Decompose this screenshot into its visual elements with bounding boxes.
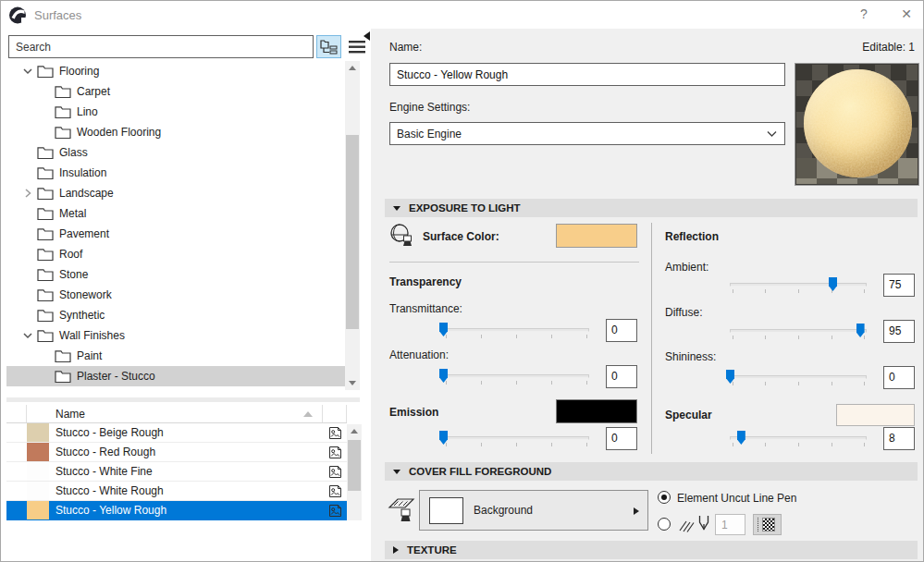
cover-fill-dropdown[interactable]: Background	[419, 490, 648, 531]
tree-item-paint[interactable]: Paint	[6, 346, 345, 366]
slider-track[interactable]	[730, 329, 867, 333]
attenuation-slider-row	[443, 364, 637, 388]
row-spacer	[6, 501, 27, 519]
section-cover-fill-foreground[interactable]: COVER FILL FOREGROUND	[385, 462, 918, 481]
surface-folder-tree: FlooringCarpetLinoWooden FlooringGlassIn…	[6, 61, 345, 390]
list-scrollbar[interactable]	[347, 424, 362, 520]
slider-track[interactable]	[443, 328, 589, 332]
expander-spacer	[21, 166, 34, 179]
slider-track[interactable]	[443, 374, 589, 378]
tree-item-carpet[interactable]: Carpet	[6, 81, 345, 102]
section-exposure-to-light[interactable]: EXPOSURE TO LIGHT	[385, 199, 918, 217]
scroll-down-icon[interactable]	[345, 376, 360, 390]
tree-item-wooden-flooring[interactable]: Wooden Flooring	[6, 122, 345, 142]
list-header-spacer	[6, 405, 27, 422]
column-divider	[651, 223, 652, 454]
list-item-stucco-white-fine[interactable]: Stucco - White Fine	[6, 462, 347, 482]
chevron-right-icon[interactable]	[21, 187, 34, 200]
transmittance-slider[interactable]	[443, 321, 589, 339]
folder-icon	[37, 268, 54, 282]
pen-number-input[interactable]	[715, 514, 745, 535]
engine-settings-value: Basic Engine	[397, 128, 462, 140]
slider-thumb[interactable]	[737, 431, 745, 445]
tree-item-stonework[interactable]: Stonework	[6, 285, 345, 305]
chevron-down-icon[interactable]	[21, 65, 34, 78]
surface-color-chip	[27, 443, 49, 461]
tree-item-pavement[interactable]: Pavement	[6, 224, 345, 244]
surface-color-swatch[interactable]	[556, 224, 637, 248]
slider-track[interactable]	[730, 375, 867, 379]
emission-color-swatch[interactable]	[556, 399, 637, 423]
tree-item-label: Landscape	[59, 187, 114, 200]
slider-track[interactable]	[443, 436, 589, 440]
tree-view-icon	[320, 39, 338, 55]
search-input[interactable]	[8, 35, 314, 58]
hatch-lines-icon	[678, 519, 695, 532]
scroll-up-icon[interactable]	[347, 424, 362, 438]
ambient-slider[interactable]	[730, 275, 867, 294]
list-item-stucco-beige-rough[interactable]: Stucco - Beige Rough	[6, 423, 347, 443]
custom-pen-radio[interactable]	[658, 518, 671, 531]
transmittance-value-input[interactable]	[606, 319, 637, 342]
chevron-down-icon[interactable]	[21, 329, 34, 342]
tree-item-metal[interactable]: Metal	[6, 203, 345, 224]
tree-item-synthetic[interactable]: Synthetic	[6, 305, 345, 325]
surface-name: Stucco - Yellow Rough	[49, 504, 323, 517]
list-rows: Stucco - Beige RoughStucco - Red RoughSt…	[6, 423, 347, 520]
attenuation-slider[interactable]	[443, 367, 589, 385]
list-header-row[interactable]: Name	[6, 405, 347, 423]
slider-track[interactable]	[730, 436, 867, 440]
list-header-name-label: Name	[55, 408, 85, 421]
list-header-name[interactable]: Name	[49, 405, 323, 422]
title-bar: Surfaces ? ✕	[1, 1, 923, 29]
tree-item-wall-finishes[interactable]: Wall Finishes	[6, 325, 345, 346]
slider-thumb[interactable]	[829, 277, 837, 291]
element-uncut-line-pen-radio[interactable]	[658, 491, 671, 504]
surface-name-input[interactable]	[389, 63, 785, 86]
list-item-stucco-red-rough[interactable]: Stucco - Red Rough	[6, 443, 347, 462]
tree-item-insulation[interactable]: Insulation	[6, 163, 345, 183]
specular-color-swatch[interactable]	[836, 404, 915, 426]
tree-item-stone[interactable]: Stone	[6, 264, 345, 285]
specular-slider[interactable]	[730, 429, 867, 447]
ambient-value-input[interactable]	[883, 274, 915, 297]
shininess-slider[interactable]	[730, 368, 867, 386]
close-button[interactable]: ✕	[893, 6, 920, 25]
tree-scrollbar[interactable]	[345, 61, 360, 390]
list-scrollbar-thumb[interactable]	[348, 440, 361, 491]
tree-view-toggle-button[interactable]	[316, 35, 341, 58]
slider-track[interactable]	[730, 283, 867, 287]
tree-scrollbar-thumb[interactable]	[346, 135, 359, 329]
tree-item-landscape[interactable]: Landscape	[6, 183, 345, 203]
specular-value-input[interactable]	[883, 427, 915, 450]
section-collapsed-icon	[393, 546, 399, 554]
collapse-panel-arrow-icon[interactable]	[363, 31, 370, 41]
tree-item-label: Paint	[77, 349, 102, 362]
list-item-stucco-white-rough[interactable]: Stucco - White Rough	[6, 482, 347, 501]
panel-splitter[interactable]	[6, 397, 360, 402]
sort-ascending-icon[interactable]	[303, 411, 313, 417]
list-item-stucco-yellow-rough[interactable]: Stucco - Yellow Rough	[6, 501, 347, 520]
surface-color-chip	[27, 482, 49, 500]
section-texture[interactable]: TEXTURE	[385, 541, 918, 559]
name-label: Name:	[389, 41, 422, 54]
diffuse-value-input[interactable]	[883, 320, 915, 343]
tree-item-lino[interactable]: Lino	[6, 102, 345, 122]
tree-item-plaster-stucco[interactable]: Plaster - Stucco	[6, 366, 345, 386]
help-button[interactable]: ?	[850, 6, 878, 25]
tree-item-roof[interactable]: Roof	[6, 244, 345, 264]
attenuation-value-input[interactable]	[606, 365, 637, 388]
row-spacer	[6, 462, 27, 481]
section-texture-title: TEXTURE	[407, 544, 457, 556]
engine-settings-select[interactable]: Basic Engine	[389, 122, 785, 145]
scroll-up-icon[interactable]	[345, 61, 360, 75]
fill-background-swatch	[429, 497, 463, 524]
tree-item-flooring[interactable]: Flooring	[6, 61, 345, 81]
diffuse-slider[interactable]	[730, 322, 867, 340]
emission-slider[interactable]	[443, 429, 589, 447]
pen-color-button[interactable]	[753, 514, 782, 535]
tree-item-glass[interactable]: Glass	[6, 142, 345, 163]
row-spacer	[6, 482, 27, 500]
emission-value-input[interactable]	[606, 427, 637, 450]
shininess-value-input[interactable]	[883, 366, 915, 389]
